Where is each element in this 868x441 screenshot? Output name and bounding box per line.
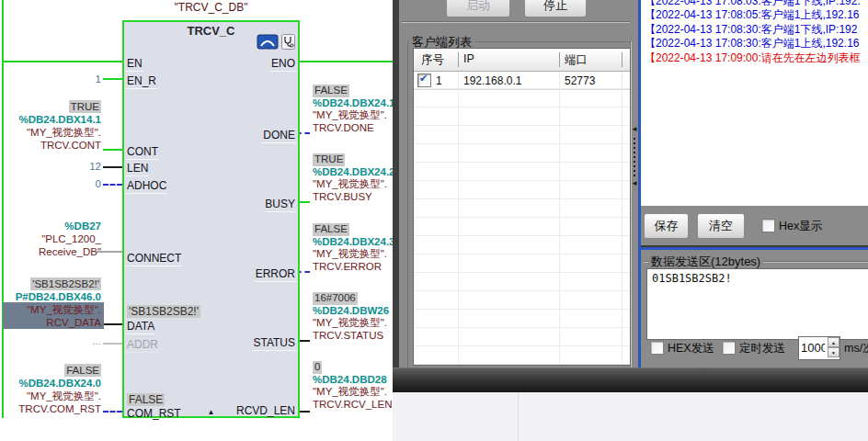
- wire-cont: [103, 149, 122, 151]
- save-button[interactable]: 保存: [644, 213, 689, 239]
- tcp-debug-window: 启动 停止 客户端列表 序号 IP 端口 ✔ 1 192.16: [393, 0, 868, 392]
- screen: "TRCV_C_DB" TRCV_C EN EN_R CONT LEN ADHO…: [0, 0, 868, 441]
- window-bottom-frame: [393, 368, 868, 392]
- pin-eno: ENO: [270, 57, 296, 72]
- wire-data: [103, 323, 122, 325]
- connect-operand[interactable]: %DB27 "PLC_1200_ Receive_DB": [0, 220, 101, 258]
- log-line: 【2022-04-13 17:09:00:请在先在左边列表框: [645, 51, 868, 65]
- adhoc-value[interactable]: 0: [55, 178, 101, 189]
- empty-rows-grid: [414, 71, 630, 365]
- data-inline-monitor: 'SB1SB2SB2!': [127, 305, 200, 318]
- splitter-arrow-icon[interactable]: ◄: [631, 180, 638, 187]
- pin-addr: ADDR: [126, 338, 159, 353]
- cell-no: 1: [436, 74, 442, 87]
- hex-display-checkbox[interactable]: [761, 219, 775, 232]
- row-checkbox[interactable]: ✔: [417, 74, 431, 87]
- hex-send-checkbox[interactable]: [650, 341, 664, 355]
- data-monitor: 'SB1SB2SB2!': [30, 277, 101, 290]
- col-ip[interactable]: IP: [463, 52, 474, 65]
- col-port[interactable]: 端口: [565, 52, 588, 68]
- spin-up-icon[interactable]: ▲: [828, 337, 839, 347]
- pin-com-rst: COM_RST: [126, 407, 182, 422]
- cont-monitor: TRUE: [69, 100, 101, 113]
- log-line: 【2022-04-13 17:08:30:客户端1下线,IP:192: [645, 23, 868, 37]
- log-line: 【2022-04-13 17:08:03:客户端1下线,IP:192.: [645, 0, 868, 8]
- interval-unit-label: ms/次: [844, 341, 868, 356]
- log-line: 【2022-04-13 17:08:30:客户端1上线,192.16: [645, 37, 868, 51]
- hex-send-label: HEX发送: [668, 341, 714, 356]
- log-area[interactable]: 【2022-04-13 17:08:03:客户端1下线,IP:192. 【202…: [641, 0, 868, 206]
- pin-en: EN: [126, 57, 143, 72]
- send-textarea[interactable]: 01SB1SB2SB2!: [646, 268, 868, 340]
- pin-en-r: EN_R: [126, 74, 157, 89]
- en-r-value[interactable]: 1: [55, 74, 101, 85]
- data-operand[interactable]: 'SB1SB2SB2!' P#DB24.DBX46.0 "MY_视觉换型". R…: [0, 277, 101, 329]
- pin-cont: CONT: [126, 145, 159, 160]
- clear-button[interactable]: 清空: [697, 213, 745, 239]
- section-divider-accent: [641, 247, 868, 250]
- power-rail: [2, 0, 4, 418]
- cell-ip: 192.168.0.1: [463, 74, 521, 87]
- background-gridline: [518, 392, 519, 441]
- error-operand[interactable]: FALSE %DB24.DBX24.3 "MY_视觉换型". TRCV.ERRO…: [313, 223, 394, 273]
- addr-value[interactable]: ...: [55, 335, 101, 346]
- wire-len: [103, 166, 122, 168]
- wire-addr: [103, 343, 122, 345]
- trcv-c-block[interactable]: TRCV_C EN EN_R CONT LEN ADHOC CONNECT 'S…: [122, 20, 300, 418]
- cell-port: 52773: [565, 74, 595, 87]
- instance-db-icon[interactable]: [257, 34, 279, 53]
- interval-spinner: ▲ ▼: [798, 336, 840, 360]
- instance-db-label[interactable]: "TRCV_C_DB": [122, 1, 300, 14]
- log-line: 【2022-04-13 17:08:05:客户端1上线,192.16: [645, 8, 868, 22]
- splitter-arrow-icon[interactable]: ◄: [631, 126, 638, 133]
- len-value[interactable]: 12: [55, 161, 101, 172]
- background-area: [393, 392, 868, 441]
- timed-send-label: 定时发送: [739, 341, 785, 356]
- done-operand[interactable]: FALSE %DB24.DBX24.1 "MY_视觉换型". TRCV.DONE: [313, 85, 394, 134]
- interval-input[interactable]: [801, 339, 825, 356]
- stop-button[interactable]: 停止: [524, 0, 587, 17]
- cont-operand[interactable]: TRUE %DB24.DBX14.1 "MY_视觉换型". TRCV.CONT: [0, 100, 101, 152]
- pin-done: DONE: [262, 129, 296, 143]
- table-header: 序号 IP 端口: [414, 49, 630, 72]
- col-no[interactable]: 序号: [421, 52, 444, 68]
- busy-operand[interactable]: TRUE %DB24.DBX24.2 "MY_视觉换型". TRCV.BUSY: [313, 153, 394, 203]
- collapse-arrow-icon[interactable]: ▲: [208, 409, 215, 416]
- hex-display-label: Hex显示: [779, 219, 822, 234]
- checkbox-check-icon: ✔: [419, 73, 428, 85]
- wire-en-r: [103, 78, 122, 80]
- wire-eno: [296, 61, 393, 62]
- com-rst-monitor: FALSE: [64, 364, 101, 377]
- wire-com-rst: [103, 411, 122, 413]
- pin-error: ERROR: [255, 267, 296, 282]
- pin-busy: BUSY: [264, 198, 296, 212]
- timed-send-checkbox[interactable]: [722, 341, 736, 355]
- com-rst-operand[interactable]: FALSE %DB24.DBX24.0 "MY_视觉换型". TRCV.COM_…: [0, 364, 101, 415]
- client-list-table[interactable]: 序号 IP 端口 ✔ 1 192.168.0.1 52773: [413, 48, 631, 366]
- window-left-frame: [393, 0, 399, 392]
- pin-status: STATUS: [252, 336, 296, 351]
- pin-len: LEN: [126, 162, 149, 176]
- rcvd-len-operand[interactable]: 0 %DB24.DBD28 "MY_视觉换型". TRCV.RCV_LEN: [313, 361, 394, 411]
- monitor-icon[interactable]: [281, 34, 295, 53]
- wire-adhoc: [103, 184, 122, 186]
- pin-rcvd-len: RCVD_LEN: [235, 404, 296, 419]
- status-operand[interactable]: 16#7006 %DB24.DBW26 "MY_视觉换型". TRCV.STAT…: [313, 292, 394, 342]
- pin-adhoc: ADHOC: [126, 179, 167, 194]
- wire-en: [2, 61, 122, 62]
- pin-data: DATA: [126, 320, 155, 334]
- spin-down-icon[interactable]: ▼: [828, 347, 839, 357]
- pin-connect: CONNECT: [126, 252, 182, 266]
- splitter-handle[interactable]: [634, 138, 635, 178]
- start-button[interactable]: 启动: [446, 0, 510, 17]
- com-rst-inline-monitor: FALSE: [127, 393, 165, 406]
- panel-divider: [402, 21, 630, 23]
